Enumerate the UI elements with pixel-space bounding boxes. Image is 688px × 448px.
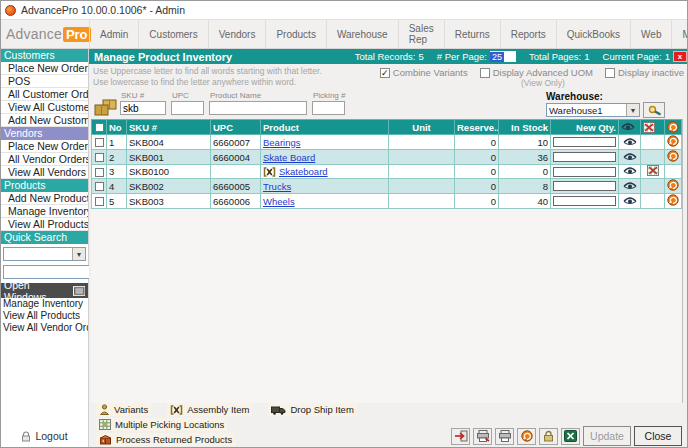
product-link[interactable]: Wheels: [263, 196, 295, 207]
legend-process-returned-products: Process Returned Products: [96, 433, 235, 446]
sidebar-section-customers: Customers: [1, 49, 88, 62]
search-field-picking: Picking #: [312, 91, 345, 115]
sidebar-item-manage-inventory[interactable]: Manage Inventory: [1, 205, 88, 218]
excel-export-button[interactable]: [561, 428, 580, 445]
nav-tab-mfg[interactable]: MFG: [671, 20, 688, 48]
table-row: 1SKB0046660007Bearings010: [92, 135, 682, 150]
search-input-upc[interactable]: [171, 101, 204, 115]
cell-in-stock: 40: [499, 194, 551, 209]
process-returns-icon[interactable]: [667, 150, 679, 162]
transfer-icon: [454, 430, 468, 442]
nav-tab-products[interactable]: Products: [265, 20, 325, 48]
col-new-qty: New Qty.: [551, 120, 619, 135]
close-button[interactable]: Close: [634, 426, 682, 446]
sidebar-item-view-all-products[interactable]: View All Products: [1, 218, 88, 231]
picking-locations-icon[interactable]: [647, 165, 659, 176]
row-checkbox[interactable]: [95, 138, 104, 147]
close-panel-icon[interactable]: x: [673, 51, 687, 62]
per-page-input[interactable]: 25: [490, 51, 516, 62]
legend-variants: Variants: [96, 403, 151, 416]
process-returns-icon[interactable]: [667, 194, 679, 206]
window-list-icon[interactable]: [73, 286, 86, 296]
picking-locations-icon[interactable]: [643, 122, 662, 133]
cell-sku: SKB004: [127, 135, 211, 150]
print-preview-button[interactable]: [473, 428, 492, 445]
eye-icon[interactable]: [623, 167, 637, 175]
cell-unit: [389, 135, 455, 150]
open-window-view-all-vendor-orders[interactable]: View All Vendor Orders: [1, 322, 88, 334]
product-link[interactable]: Trucks: [263, 181, 291, 192]
eye-icon[interactable]: [623, 153, 637, 161]
checkbox[interactable]: ✓: [380, 68, 390, 78]
eye-icon[interactable]: [623, 182, 637, 190]
sidebar-item-view-all-vendors[interactable]: View All Vendors: [1, 166, 88, 179]
sidebar-item-add-new-product[interactable]: Add New Product: [1, 192, 88, 205]
chevron-down-icon[interactable]: ▼: [626, 104, 639, 116]
option-display-inactive: Display inactive: [605, 67, 684, 78]
legend-label: Process Returned Products: [116, 434, 232, 445]
legend-label: Variants: [114, 404, 148, 415]
eye-icon[interactable]: [621, 123, 638, 131]
row-checkbox[interactable]: [95, 168, 104, 177]
search-input-sku[interactable]: [120, 101, 166, 115]
process-returns-button[interactable]: [517, 428, 536, 445]
checkbox[interactable]: [480, 68, 490, 78]
warehouse-search-button[interactable]: [643, 102, 665, 118]
nav-tab-web[interactable]: Web: [630, 20, 671, 48]
search-input-picking[interactable]: [312, 101, 345, 115]
sidebar-item-add-new-customer[interactable]: Add New Customer: [1, 114, 88, 127]
nav-tab-warehouse[interactable]: Warehouse: [326, 20, 398, 48]
nav-tab-customers[interactable]: Customers: [138, 20, 207, 48]
product-link[interactable]: Bearings: [263, 137, 301, 148]
new-qty-input[interactable]: [553, 181, 616, 191]
page-title: Manage Product Inventory: [89, 51, 232, 63]
process-returns-icon[interactable]: [667, 179, 679, 191]
nav-tab-returns[interactable]: Returns: [444, 20, 500, 48]
sidebar-item-place-new-order[interactable]: Place New Order: [1, 140, 88, 153]
process-returns-icon[interactable]: [667, 121, 679, 133]
lock-button[interactable]: [539, 428, 558, 445]
product-link[interactable]: Skate Board: [263, 152, 315, 163]
new-qty-input[interactable]: [553, 196, 616, 206]
select-all-checkbox[interactable]: [95, 123, 104, 132]
nav-tab-sales-rep[interactable]: Sales Rep: [398, 20, 444, 48]
eye-icon[interactable]: [623, 197, 637, 205]
warehouse-dropdown[interactable]: Warehouse1 ▼: [546, 103, 640, 117]
nav-tab-vendors[interactable]: Vendors: [208, 20, 266, 48]
update-button[interactable]: Update: [583, 426, 631, 446]
chevron-down-icon[interactable]: ▼: [72, 248, 85, 260]
search-hints: Use Uppercase letter to find all words s…: [93, 66, 322, 91]
nav-tab-quickbooks[interactable]: QuickBooks: [556, 20, 630, 48]
nav-tab-reports[interactable]: Reports: [500, 20, 556, 48]
new-qty-input[interactable]: [553, 152, 616, 162]
sidebar-item-place-new-order[interactable]: Place New Order: [1, 62, 88, 75]
col-reserve: Reserve..: [455, 120, 499, 135]
open-window-view-all-products[interactable]: View All Products: [1, 310, 88, 322]
eye-icon[interactable]: [623, 138, 637, 146]
nav-tab-admin[interactable]: Admin: [89, 20, 138, 48]
process-returns-icon[interactable]: [667, 135, 679, 147]
cell-reserve: 0: [455, 135, 499, 150]
row-checkbox[interactable]: [95, 197, 104, 206]
printer-button[interactable]: [495, 428, 514, 445]
new-qty-input[interactable]: [553, 167, 616, 177]
search-field-label: SKU #: [120, 91, 166, 101]
search-input-product-name[interactable]: [209, 101, 307, 115]
sidebar-item-all-vendor-orders[interactable]: All Vendor Orders: [1, 153, 88, 166]
inventory-grid-region: No SKU # UPC Product Unit Reserve.. In S…: [91, 119, 683, 403]
logout-button[interactable]: Logout: [1, 430, 88, 448]
stat-current-page: Current Page:1: [603, 51, 670, 62]
open-window-manage-inventory[interactable]: Manage Inventory: [1, 298, 88, 310]
product-link[interactable]: Skateboard: [279, 166, 328, 177]
quick-search-dropdown[interactable]: ▼: [3, 247, 86, 261]
sidebar-item-pos[interactable]: POS: [1, 75, 88, 88]
new-qty-input[interactable]: [553, 137, 616, 147]
sidebar-item-all-customer-orders[interactable]: All Customer Orders: [1, 88, 88, 101]
transfer-button[interactable]: [451, 428, 470, 445]
legend-label: Assembly Item: [187, 404, 249, 415]
option-note: (View Only): [493, 78, 593, 88]
row-checkbox[interactable]: [95, 153, 104, 162]
row-checkbox[interactable]: [95, 182, 104, 191]
checkbox[interactable]: [605, 68, 615, 78]
sidebar-item-view-all-customers[interactable]: View All Customers: [1, 101, 88, 114]
